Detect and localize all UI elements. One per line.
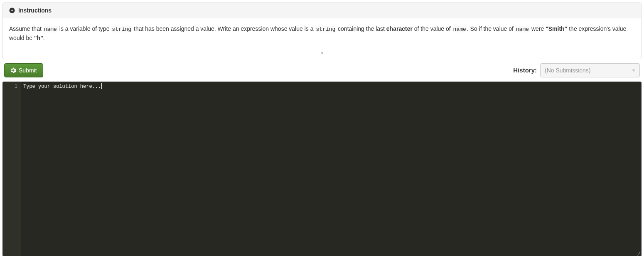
instructions-panel: Instructions Assume that name is a varia… — [2, 2, 642, 59]
toolbar: Submit History: (No Submissions) — [2, 61, 642, 82]
chevron-down-circle-icon — [9, 7, 15, 13]
submit-button[interactable]: Submit — [4, 63, 43, 77]
history-group: History: (No Submissions) — [513, 63, 640, 77]
editor-wrap: 1 Type your solution here... — [2, 82, 642, 256]
expand-icon: » — [319, 52, 325, 55]
gear-icon — [10, 67, 16, 73]
submit-label: Submit — [19, 67, 37, 74]
code-area[interactable]: Type your solution here... — [21, 82, 642, 256]
line-number: 1 — [4, 83, 17, 90]
code-editor[interactable]: 1 Type your solution here... — [2, 82, 642, 256]
code-placeholder: Type your solution here... — [23, 84, 101, 89]
editor-gutter: 1 — [2, 82, 21, 256]
history-selected-value: (No Submissions) — [545, 67, 590, 74]
editor-cursor — [101, 83, 102, 89]
resize-grip[interactable] — [636, 251, 641, 256]
instructions-text: Assume that name is a variable of type s… — [9, 25, 635, 42]
instructions-title: Instructions — [18, 7, 52, 14]
instructions-body: Assume that name is a variable of type s… — [3, 18, 641, 49]
instructions-expander[interactable]: » — [3, 49, 641, 59]
instructions-header[interactable]: Instructions — [3, 3, 641, 18]
history-select[interactable]: (No Submissions) — [540, 63, 640, 77]
history-label: History: — [513, 67, 537, 74]
